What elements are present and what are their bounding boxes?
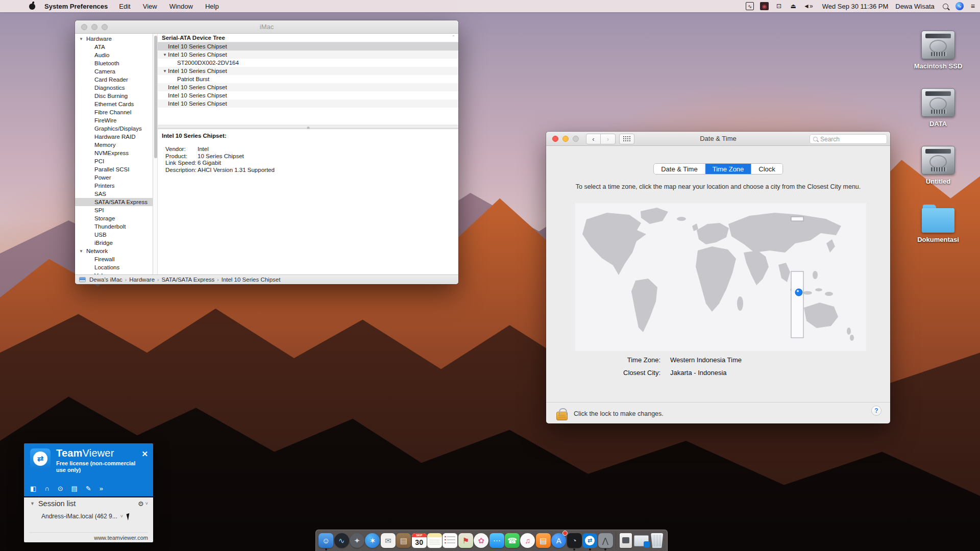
tab-date-time[interactable]: Date & Time — [654, 164, 705, 174]
notification-center-icon[interactable]: ≡ — [971, 2, 975, 10]
teamviewer-website-link[interactable]: www.teamviewer.com — [29, 532, 148, 541]
minimize-button[interactable] — [562, 136, 569, 142]
back-button[interactable]: ‹ — [586, 134, 601, 144]
dock-calendar[interactable]: SEP30 — [411, 532, 426, 550]
lock-icon[interactable] — [556, 412, 568, 420]
sidebar-item-ethernet-cards[interactable]: Ethernet Cards — [75, 100, 153, 108]
session-entry[interactable]: Andress-iMac.local (462 9... ˅ — [41, 513, 148, 520]
sidebar-item-hardware-raid[interactable]: Hardware RAID — [75, 133, 153, 141]
datetime-titlebar[interactable]: ‹ › Date & Time Search — [546, 132, 890, 146]
clipboard-icon[interactable]: ▤ — [71, 485, 78, 492]
desktop-icon-macintosh-ssd[interactable]: Macintosh SSD — [908, 31, 969, 70]
more-icon[interactable]: » — [100, 485, 103, 492]
brush-icon[interactable]: ✎ — [86, 485, 91, 492]
desktop-icon-dokumentasi[interactable]: Dokumentasi — [908, 205, 969, 243]
app-menu-title[interactable]: System Preferences — [44, 3, 108, 10]
device-tree-row[interactable]: Intel 10 Series Chipset — [158, 42, 458, 51]
sidebar-item-fibre-channel[interactable]: Fibre Channel — [75, 108, 153, 116]
sidebar-item-audio[interactable]: Audio — [75, 51, 153, 59]
pane-splitter[interactable] — [158, 125, 458, 129]
sidebar-item-usb[interactable]: USB — [75, 231, 153, 239]
scrollbar-thumb[interactable] — [154, 36, 157, 158]
dock-photos[interactable]: ✿ — [474, 532, 488, 550]
sidebar-item-bluetooth[interactable]: Bluetooth — [75, 59, 153, 67]
close-button[interactable] — [81, 24, 87, 30]
sidebar-item-graphics-displays[interactable]: Graphics/Displays — [75, 124, 153, 133]
sidebar-item-pci[interactable]: PCI — [75, 157, 153, 165]
dock-minimized-window[interactable] — [634, 532, 649, 550]
timezone-marker[interactable] — [795, 289, 802, 296]
forward-button[interactable]: › — [601, 134, 616, 144]
device-tree-row[interactable]: ▼Intel 10 Series Chipset — [158, 51, 458, 59]
menu-user-name[interactable]: Dewa Wisata — [895, 3, 935, 10]
world-map[interactable] — [575, 203, 866, 351]
gear-icon[interactable]: ⚙ — [138, 500, 144, 508]
tab-clock[interactable]: Clock — [751, 164, 782, 174]
timezone-map[interactable] — [575, 203, 866, 351]
disclosure-triangle-icon[interactable]: ▼ — [79, 35, 83, 43]
apple-menu-icon[interactable] — [29, 3, 35, 10]
tab-time-zone[interactable]: Time Zone — [705, 164, 752, 174]
menu-edit[interactable]: Edit — [119, 3, 130, 10]
chat-icon[interactable]: ⊙ — [58, 485, 63, 492]
breadcrumb-item-dewa-s-imac[interactable]: Dewa's iMac — [89, 277, 122, 283]
desktop-icon-data[interactable]: DATA — [908, 88, 969, 128]
dock-notes[interactable] — [427, 532, 442, 550]
sidebar-item-card-reader[interactable]: Card Reader — [75, 76, 153, 84]
dock-mail[interactable]: ✉ — [381, 532, 396, 550]
sidebar-item-camera[interactable]: Camera — [75, 67, 153, 76]
sidebar-item-printers[interactable]: Printers — [75, 182, 153, 190]
sidebar-item-diagnostics[interactable]: Diagnostics — [75, 84, 153, 92]
timezone-band[interactable] — [791, 271, 803, 338]
airplay-menu-icon[interactable]: ⊡ — [775, 2, 783, 10]
dock-itunes[interactable]: ♫ — [520, 532, 535, 550]
dock-finder[interactable]: ☺ — [318, 532, 333, 550]
sidebar-item-sata-sata-express[interactable]: SATA/SATA Express — [75, 198, 153, 206]
sidebar-item-nvmexpress[interactable]: NVMExpress — [75, 149, 153, 157]
close-icon[interactable]: ✕ — [141, 449, 148, 459]
breadcrumb-item-hardware[interactable]: Hardware — [129, 277, 155, 283]
sidebar-item-locations[interactable]: Locations — [75, 263, 153, 271]
dock-trash[interactable] — [650, 532, 665, 550]
menu-window[interactable]: Window — [169, 3, 193, 10]
headset-icon[interactable]: ∩ — [44, 485, 49, 492]
zoom-button[interactable] — [102, 24, 108, 30]
dock-document-package[interactable] — [619, 532, 633, 550]
dock-contacts[interactable]: ▤ — [396, 532, 411, 550]
sidebar-item-storage[interactable]: Storage — [75, 214, 153, 222]
sidebar-item-firewire[interactable]: FireWire — [75, 116, 153, 124]
device-tree-row[interactable]: ST2000DX002-2DV164 — [158, 59, 458, 67]
device-tree-row[interactable]: Patriot Burst — [158, 75, 458, 83]
device-tree-row[interactable]: Intel 10 Series Chipset — [158, 83, 458, 91]
sidebar-item-parallel-scsi[interactable]: Parallel SCSI — [75, 165, 153, 173]
chevron-down-icon[interactable]: ˅ — [120, 514, 123, 519]
dock-launchpad[interactable]: ✦ — [350, 532, 364, 550]
chevron-down-icon[interactable]: ˅ — [145, 501, 148, 506]
menu-help[interactable]: Help — [205, 3, 219, 10]
disclosure-triangle-icon[interactable]: ▼ — [30, 501, 35, 506]
minimize-button[interactable] — [91, 24, 97, 30]
eject-menu-icon[interactable]: ⏏ — [789, 2, 797, 10]
desktop-icon-untitled[interactable]: Untitled — [908, 146, 969, 185]
dock-reminders[interactable] — [443, 532, 457, 550]
sidebar-item-disc-burning[interactable]: Disc Burning — [75, 92, 153, 100]
siri-icon[interactable]: ∿ — [955, 2, 964, 10]
dock-siri[interactable]: ∿ — [334, 532, 349, 550]
collapse-chevron-icon[interactable]: ˆ — [453, 34, 454, 42]
device-tree-row[interactable]: Intel 10 Series Chipset — [158, 99, 458, 108]
breadcrumb-item-intel-10-series-chipset[interactable]: Intel 10 Series Chipset — [222, 277, 281, 283]
menu-clock[interactable]: Wed Sep 30 11:36 PM — [822, 3, 889, 10]
device-tree-row[interactable]: ▼Intel 10 Series Chipset — [158, 67, 458, 75]
dock-messages[interactable]: ⋯ — [489, 532, 504, 550]
search-input[interactable]: Search — [810, 134, 887, 144]
volume-menu-icon[interactable]: ◄» — [803, 2, 813, 10]
dock-compass-utility[interactable]: ⋀ — [598, 532, 612, 550]
sidebar-item-sas[interactable]: SAS — [75, 190, 153, 198]
sidebar-item-power[interactable]: Power — [75, 173, 153, 182]
dock-teamviewer[interactable]: ⇄ — [582, 532, 597, 550]
breadcrumb-item-sata-sata-express[interactable]: SATA/SATA Express — [161, 277, 214, 283]
video-icon[interactable]: ◧ — [30, 485, 36, 492]
sidebar-item-ata[interactable]: ATA — [75, 43, 153, 51]
spotlight-icon[interactable] — [943, 4, 948, 9]
sidebar-item-network[interactable]: ▼Network — [75, 247, 153, 255]
